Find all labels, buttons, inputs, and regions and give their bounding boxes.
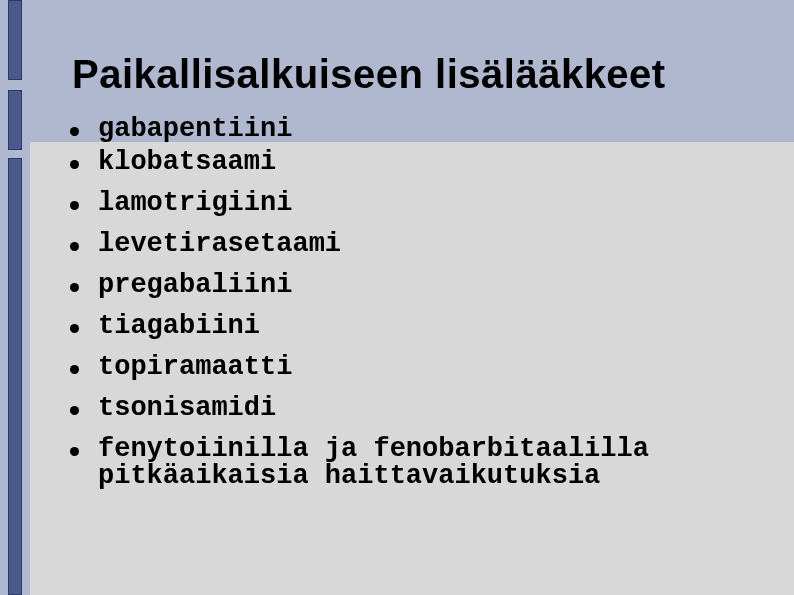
list-item-text: levetirasetaami <box>98 229 341 259</box>
slide-title: Paikallisalkuiseen lisälääkkeet <box>72 52 666 97</box>
list-item: pregabaliini <box>70 265 774 306</box>
content-panel: klobatsaami lamotrigiini levetirasetaami… <box>30 142 794 595</box>
list-item-text: tsonisamidi <box>98 393 276 423</box>
sidebar-segment <box>8 90 22 150</box>
list-item-text: klobatsaami <box>98 147 276 177</box>
list-item: tiagabiini <box>70 306 774 347</box>
list-item: lamotrigiini <box>70 183 774 224</box>
list-item: levetirasetaami <box>70 224 774 265</box>
sidebar-segment <box>8 158 22 595</box>
list-item: tsonisamidi <box>70 388 774 429</box>
bullet-list: klobatsaami lamotrigiini levetirasetaami… <box>30 142 794 497</box>
list-item-text: gabapentiini <box>98 114 292 144</box>
list-item: klobatsaami <box>70 142 774 183</box>
sidebar-segment <box>8 0 22 80</box>
list-item-text: lamotrigiini <box>98 188 292 218</box>
list-item: fenytoiinilla ja fenobarbitaalilla pitkä… <box>70 429 774 497</box>
list-item-text: fenytoiinilla ja fenobarbitaalilla pitkä… <box>98 434 649 491</box>
sidebar-accent <box>0 0 30 595</box>
list-item-text: topiramaatti <box>98 352 292 382</box>
list-item-text: pregabaliini <box>98 270 292 300</box>
list-item: topiramaatti <box>70 347 774 388</box>
list-item-text: tiagabiini <box>98 311 260 341</box>
